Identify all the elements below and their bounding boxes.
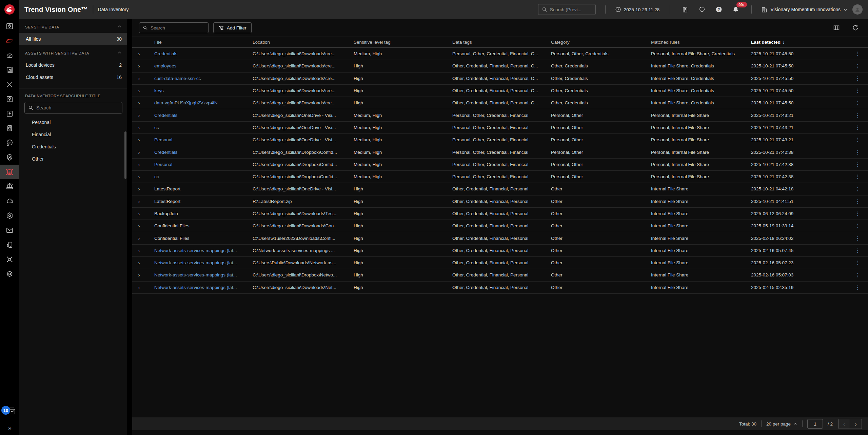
row-expand-chevron-icon[interactable]: › — [132, 63, 146, 69]
row-actions-kebab-icon[interactable]: ⋮ — [839, 186, 868, 192]
row-expand-chevron-icon[interactable]: › — [132, 223, 146, 229]
row-actions-kebab-icon[interactable]: ⋮ — [839, 63, 868, 69]
file-name-link[interactable]: Network-assets-services-mappings (lat... — [154, 248, 237, 253]
row-actions-kebab-icon[interactable]: ⋮ — [839, 112, 868, 119]
row-expand-chevron-icon[interactable]: › — [132, 285, 146, 290]
prev-page-button[interactable]: ‹ — [839, 419, 850, 429]
row-actions-kebab-icon[interactable]: ⋮ — [839, 173, 868, 180]
row-expand-chevron-icon[interactable]: › — [132, 174, 146, 180]
row-actions-kebab-icon[interactable]: ⋮ — [839, 149, 868, 156]
rail-item-insights-bulb[interactable] — [0, 92, 19, 106]
next-page-button[interactable]: › — [850, 419, 862, 429]
column-header-sensitive-level[interactable]: Sensitive level tag — [345, 40, 444, 45]
row-actions-kebab-icon[interactable]: ⋮ — [839, 137, 868, 143]
row-expand-chevron-icon[interactable]: › — [132, 235, 146, 241]
rule-item-credentials[interactable]: Credentials — [19, 141, 127, 153]
sidebar-item-all-files[interactable]: All files30 — [19, 33, 127, 45]
rule-item-personal[interactable]: Personal — [19, 116, 127, 128]
rail-item-network-pins[interactable] — [0, 179, 19, 194]
rail-item-email[interactable] — [0, 223, 19, 237]
page-number-input[interactable] — [807, 419, 823, 429]
rail-item-settings-gear[interactable] — [0, 267, 19, 281]
file-name-link[interactable]: Personal — [154, 137, 172, 142]
rail-item-ai-companion[interactable] — [0, 34, 19, 48]
rail-item-policy-lock[interactable] — [0, 121, 19, 136]
column-header-location[interactable]: Location — [244, 40, 345, 45]
row-actions-kebab-icon[interactable]: ⋮ — [839, 161, 868, 168]
column-header-category[interactable]: Category — [542, 40, 643, 45]
row-expand-chevron-icon[interactable]: › — [132, 199, 146, 204]
row-actions-kebab-icon[interactable]: ⋮ — [839, 124, 868, 131]
row-actions-kebab-icon[interactable]: ⋮ — [839, 210, 868, 217]
row-expand-chevron-icon[interactable]: › — [132, 211, 146, 216]
row-actions-kebab-icon[interactable]: ⋮ — [839, 87, 868, 94]
file-name-link[interactable]: data-vgfmPU9aXjpgh2Vzvp4fN — [154, 100, 218, 105]
rail-item-xdr[interactable] — [0, 77, 19, 92]
row-expand-chevron-icon[interactable]: › — [132, 88, 146, 94]
row-expand-chevron-icon[interactable]: › — [132, 51, 146, 57]
rail-item-dashboard-gauge[interactable] — [0, 48, 19, 63]
refresh-button[interactable] — [850, 23, 861, 33]
rail-item-data-inventory-database[interactable] — [0, 165, 19, 179]
file-name-link[interactable]: Network-assets-services-mappings (lat... — [154, 285, 237, 290]
row-actions-kebab-icon[interactable]: ⋮ — [839, 247, 868, 254]
sidebar-section-header[interactable]: ASSETS WITH SENSITIVE DATA — [19, 45, 127, 59]
row-expand-chevron-icon[interactable]: › — [132, 260, 146, 266]
file-name-link[interactable]: Network-assets-services-mappings (lat... — [154, 272, 237, 277]
rail-item-network-search[interactable] — [0, 252, 19, 267]
rail-item-mobile-device[interactable] — [0, 237, 19, 252]
file-name-link[interactable]: Network-assets-services-mappings (lat... — [154, 260, 237, 265]
file-name-link[interactable]: cc — [154, 174, 159, 179]
global-search-input[interactable] — [550, 7, 591, 12]
per-page-selector[interactable]: 20 per page — [766, 421, 797, 427]
file-name-link[interactable]: keys — [154, 88, 164, 93]
rail-item-reports-chart[interactable] — [0, 63, 19, 77]
rail-item-chat[interactable] — [0, 136, 19, 150]
getting-started-button[interactable] — [696, 3, 708, 16]
row-expand-chevron-icon[interactable]: › — [132, 272, 146, 278]
rule-search[interactable] — [24, 102, 122, 113]
row-actions-kebab-icon[interactable]: ⋮ — [839, 235, 868, 242]
row-actions-kebab-icon[interactable]: ⋮ — [839, 260, 868, 266]
trend-micro-logo-icon[interactable] — [0, 0, 19, 19]
help-button[interactable]: ? — [713, 3, 725, 16]
rule-item-other[interactable]: Other — [19, 153, 127, 165]
table-search[interactable] — [139, 22, 209, 33]
expand-rail-button[interactable]: ›› — [5, 423, 13, 433]
rail-item-attack-surface-map[interactable] — [0, 19, 19, 34]
rail-item-gear-hex[interactable] — [0, 208, 19, 223]
whats-new-button[interactable]: 10 — [3, 405, 16, 417]
rail-item-cloud[interactable] — [0, 194, 19, 208]
file-name-link[interactable]: Credentials — [154, 113, 177, 118]
table-search-input[interactable] — [151, 25, 205, 30]
file-name-link[interactable]: Credentials — [154, 51, 177, 56]
sidebar-item-local-devices[interactable]: Local devices2 — [19, 59, 127, 71]
notifications-button[interactable]: 99+ — [730, 3, 742, 16]
column-header-matched-rules[interactable]: Matched rules — [643, 40, 743, 45]
global-search[interactable] — [538, 4, 596, 15]
row-expand-chevron-icon[interactable]: › — [132, 100, 146, 106]
sidebar-item-cloud-assets[interactable]: Cloud assets16 — [19, 71, 127, 83]
row-actions-kebab-icon[interactable]: ⋮ — [839, 75, 868, 82]
column-settings-button[interactable] — [831, 23, 842, 33]
sidebar-section-header[interactable]: SENSITIVE DATA — [19, 19, 127, 33]
row-expand-chevron-icon[interactable]: › — [132, 112, 146, 118]
user-avatar[interactable] — [852, 4, 863, 15]
column-header-data-tags[interactable]: Data tags — [444, 40, 542, 45]
column-header-last-detected[interactable]: Last detected↓ — [743, 40, 839, 45]
row-actions-kebab-icon[interactable]: ⋮ — [839, 100, 868, 106]
rule-search-input[interactable] — [36, 105, 114, 110]
row-expand-chevron-icon[interactable]: › — [132, 162, 146, 167]
column-header-file[interactable]: File — [146, 40, 244, 45]
row-actions-kebab-icon[interactable]: ⋮ — [839, 50, 868, 57]
row-expand-chevron-icon[interactable]: › — [132, 76, 146, 81]
file-name-link[interactable]: cc — [154, 125, 159, 130]
file-name-link[interactable]: cust-data-name-ssn-cc — [154, 76, 201, 81]
row-actions-kebab-icon[interactable]: ⋮ — [839, 198, 868, 205]
row-actions-kebab-icon[interactable]: ⋮ — [839, 284, 868, 291]
row-expand-chevron-icon[interactable]: › — [132, 248, 146, 253]
row-expand-chevron-icon[interactable]: › — [132, 125, 146, 130]
row-actions-kebab-icon[interactable]: ⋮ — [839, 272, 868, 278]
rail-item-identity-shield[interactable] — [0, 150, 19, 165]
sidebar-scrollbar[interactable] — [124, 131, 126, 179]
